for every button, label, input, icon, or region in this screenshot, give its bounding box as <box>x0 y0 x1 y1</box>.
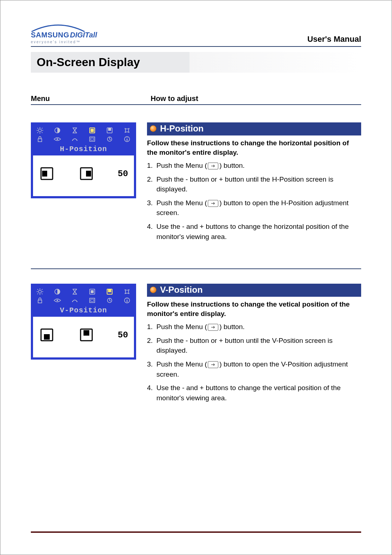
section-v-position: V-Position 50 V-Position Follow these in… <box>31 284 361 406</box>
svg-rect-38 <box>91 290 94 293</box>
title-band: On-Screen Display <box>31 52 361 73</box>
v-down-icon <box>39 327 55 343</box>
pincushion-icon <box>122 126 132 134</box>
manual-page: SAMSUNG DIGITall everyone's invited™ Use… <box>0 0 392 555</box>
hourglass-icon <box>70 288 79 296</box>
lock-icon <box>35 296 45 304</box>
osd-label-h: H-Position <box>33 144 134 155</box>
instr-title-h: H-Position <box>147 122 361 135</box>
contrast-icon <box>53 126 62 134</box>
svg-line-33 <box>42 293 42 294</box>
svg-rect-22 <box>42 171 47 177</box>
osd-icon-grid <box>33 125 134 144</box>
svg-rect-43 <box>90 298 95 303</box>
column-howto-label: How to adjust <box>151 94 361 103</box>
tilt-icon <box>70 296 79 304</box>
svg-rect-41 <box>38 300 42 303</box>
instr-step: 1.Push the Menu () button. <box>147 322 361 332</box>
v-position-icon <box>105 126 114 134</box>
svg-rect-11 <box>91 129 94 132</box>
instr-title-text-v: V-Position <box>160 285 203 295</box>
lock-icon <box>35 135 45 143</box>
instr-steps-v: 1.Push the Menu () button. 2.Push the - … <box>147 322 361 403</box>
brightness-icon <box>35 126 45 134</box>
svg-point-15 <box>57 138 58 140</box>
header-row: SAMSUNG DIGITall everyone's invited™ Use… <box>31 24 361 44</box>
column-menu-label: Menu <box>31 94 136 103</box>
svg-point-0 <box>38 129 41 132</box>
footer-rule <box>31 531 361 533</box>
svg-point-27 <box>38 290 41 293</box>
svg-line-6 <box>42 132 42 133</box>
page-title: On-Screen Display <box>37 56 355 69</box>
osd-value-h: 50 <box>118 169 128 179</box>
osd-body-h: 50 <box>33 155 134 196</box>
info-icon <box>122 296 132 304</box>
osd-panel-h: H-Position 50 <box>31 122 136 198</box>
bullet-icon <box>150 125 156 132</box>
osd-body-v: 50 <box>33 317 134 357</box>
logo-tagline: everyone's invited™ <box>31 40 97 44</box>
svg-line-35 <box>42 289 42 290</box>
info-icon <box>122 135 132 143</box>
instr-step: 3.Push the Menu () button to open the V-… <box>147 359 361 379</box>
svg-line-34 <box>37 293 38 294</box>
tilt-icon <box>70 135 79 143</box>
instr-step: 4.Use the - and + buttons to change the … <box>147 383 361 403</box>
v-up-icon <box>78 327 94 343</box>
svg-line-5 <box>37 128 38 129</box>
h-right-icon <box>78 166 94 182</box>
size-icon <box>87 135 97 143</box>
svg-line-32 <box>37 289 38 290</box>
osd-panel-v: V-Position 50 <box>31 284 136 360</box>
h-position-icon <box>87 288 97 296</box>
instr-lead-v: Follow these instructions to change the … <box>147 300 361 318</box>
eye-icon <box>53 135 62 143</box>
svg-rect-49 <box>44 334 50 340</box>
svg-rect-51 <box>83 330 89 336</box>
svg-point-19 <box>127 137 127 138</box>
menu-button-icon <box>208 200 219 207</box>
instr-step: 2.Push the - button or + button until th… <box>147 336 361 356</box>
instr-title-text-h: H-Position <box>160 123 204 134</box>
svg-rect-40 <box>108 289 111 292</box>
section-h-position: H-Position 50 H-Position Follow these in… <box>31 122 361 245</box>
reset-icon <box>105 135 114 143</box>
svg-rect-14 <box>38 139 42 142</box>
logo-arc-icon <box>31 24 85 32</box>
svg-point-42 <box>57 300 58 301</box>
menu-button-icon <box>208 361 219 368</box>
instr-steps-h: 1.Push the Menu () button. 2.Push the - … <box>147 161 361 242</box>
size-icon <box>87 296 97 304</box>
osd-value-v: 50 <box>118 330 128 340</box>
instr-step: 1.Push the Menu () button. <box>147 161 361 171</box>
column-header-row: Menu How to adjust <box>31 94 361 105</box>
bullet-icon <box>150 287 156 293</box>
h-position-icon <box>87 126 97 134</box>
hourglass-icon <box>70 126 79 134</box>
osd-icon-grid <box>33 286 134 305</box>
svg-rect-16 <box>90 137 95 141</box>
svg-line-8 <box>42 128 42 129</box>
svg-rect-13 <box>108 128 111 131</box>
instructions-v: V-Position Follow these instructions to … <box>147 284 361 406</box>
osd-label-v: V-Position <box>33 305 134 317</box>
contrast-icon <box>53 288 62 296</box>
instr-step: 3.Push the Menu () button to open the H-… <box>147 198 361 218</box>
eye-icon <box>53 296 62 304</box>
svg-rect-20 <box>127 139 127 141</box>
instr-step: 2.Push the - button or + button until th… <box>147 174 361 194</box>
instr-title-v: V-Position <box>147 284 361 297</box>
instr-lead-h: Follow these instructions to change the … <box>147 138 361 157</box>
menu-button-icon <box>208 162 219 170</box>
svg-point-46 <box>127 299 127 299</box>
instr-step: 4.Use the - and + buttons to change the … <box>147 222 361 242</box>
svg-line-7 <box>37 132 38 133</box>
brightness-icon <box>35 288 45 296</box>
section-separator <box>31 268 361 269</box>
header-rule <box>31 46 361 47</box>
menu-button-icon <box>208 324 219 331</box>
pincushion-icon <box>122 288 132 296</box>
v-position-icon <box>105 288 114 296</box>
users-manual-label: User's Manual <box>307 35 361 44</box>
